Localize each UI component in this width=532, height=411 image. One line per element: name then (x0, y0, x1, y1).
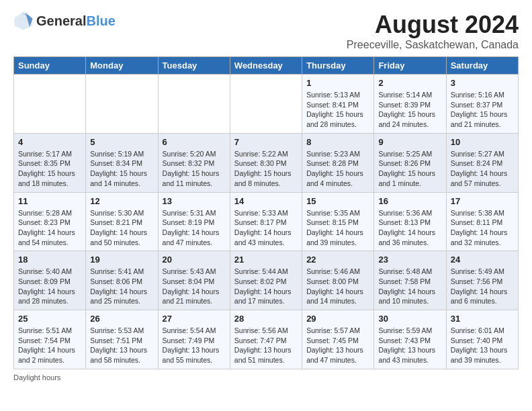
day-number: 5 (90, 137, 153, 147)
day-number: 22 (306, 255, 369, 265)
day-info: Sunrise: 5:20 AMSunset: 8:32 PMDaylight:… (163, 149, 226, 189)
day-info: Sunrise: 5:53 AMSunset: 7:51 PMDaylight:… (90, 326, 153, 365)
calendar-day-cell: 16Sunrise: 5:36 AMSunset: 8:13 PMDayligh… (374, 192, 446, 251)
calendar-day-header: Monday (86, 57, 158, 75)
day-number: 15 (306, 196, 369, 206)
day-info: Sunrise: 5:57 AMSunset: 7:45 PMDaylight:… (306, 326, 369, 365)
day-number: 3 (451, 78, 514, 88)
day-number: 2 (378, 78, 441, 88)
day-number: 28 (234, 314, 298, 324)
calendar-day-cell: 5Sunrise: 5:19 AMSunset: 8:34 PMDaylight… (86, 133, 158, 192)
day-info: Sunrise: 5:28 AMSunset: 8:23 PMDaylight:… (18, 208, 81, 248)
calendar-week-row: 4Sunrise: 5:17 AMSunset: 8:35 PMDaylight… (14, 133, 519, 192)
calendar-day-header: Friday (374, 57, 446, 75)
calendar-day-cell: 25Sunrise: 5:51 AMSunset: 7:54 PMDayligh… (14, 310, 86, 369)
calendar-day-cell: 10Sunrise: 5:27 AMSunset: 8:24 PMDayligh… (446, 133, 518, 192)
day-number: 9 (378, 137, 441, 147)
day-number: 7 (234, 137, 298, 147)
day-info: Sunrise: 5:35 AMSunset: 8:15 PMDaylight:… (306, 208, 369, 248)
calendar-day-cell: 27Sunrise: 5:54 AMSunset: 7:49 PMDayligh… (158, 310, 230, 369)
calendar-day-cell: 13Sunrise: 5:31 AMSunset: 8:19 PMDayligh… (158, 192, 230, 251)
calendar-day-cell: 23Sunrise: 5:48 AMSunset: 7:58 PMDayligh… (374, 251, 446, 310)
day-info: Sunrise: 5:36 AMSunset: 8:13 PMDaylight:… (378, 208, 441, 248)
footer-note: Daylight hours (13, 373, 519, 381)
calendar-day-header: Saturday (446, 57, 518, 75)
day-info: Sunrise: 5:33 AMSunset: 8:17 PMDaylight:… (234, 208, 298, 248)
day-number: 23 (378, 255, 441, 265)
calendar-day-cell (230, 75, 302, 134)
calendar-week-row: 1Sunrise: 5:13 AMSunset: 8:41 PMDaylight… (14, 75, 519, 134)
calendar-day-cell: 28Sunrise: 5:56 AMSunset: 7:47 PMDayligh… (230, 310, 302, 369)
calendar-day-cell: 7Sunrise: 5:22 AMSunset: 8:30 PMDaylight… (230, 133, 302, 192)
calendar-day-cell (86, 75, 158, 134)
day-info: Sunrise: 5:40 AMSunset: 8:09 PMDaylight:… (18, 267, 81, 306)
calendar-day-cell: 12Sunrise: 5:30 AMSunset: 8:21 PMDayligh… (86, 192, 158, 251)
day-info: Sunrise: 5:27 AMSunset: 8:24 PMDaylight:… (451, 149, 514, 189)
day-info: Sunrise: 5:13 AMSunset: 8:41 PMDaylight:… (306, 90, 369, 130)
calendar-day-header: Thursday (302, 57, 374, 75)
calendar-day-cell: 4Sunrise: 5:17 AMSunset: 8:35 PMDaylight… (14, 133, 86, 192)
day-info: Sunrise: 5:14 AMSunset: 8:39 PMDaylight:… (378, 90, 441, 130)
day-info: Sunrise: 5:19 AMSunset: 8:34 PMDaylight:… (90, 149, 153, 189)
day-number: 13 (163, 196, 226, 206)
day-number: 12 (90, 196, 153, 206)
day-number: 14 (234, 196, 298, 206)
day-number: 21 (234, 255, 298, 265)
calendar-week-row: 11Sunrise: 5:28 AMSunset: 8:23 PMDayligh… (14, 192, 519, 251)
calendar-day-cell: 24Sunrise: 5:49 AMSunset: 7:56 PMDayligh… (446, 251, 518, 310)
calendar-day-cell (158, 75, 230, 134)
day-info: Sunrise: 5:44 AMSunset: 8:02 PMDaylight:… (234, 267, 298, 306)
day-info: Sunrise: 5:51 AMSunset: 7:54 PMDaylight:… (18, 326, 81, 365)
day-info: Sunrise: 5:56 AMSunset: 7:47 PMDaylight:… (234, 326, 298, 365)
day-number: 1 (306, 78, 369, 88)
day-info: Sunrise: 5:22 AMSunset: 8:30 PMDaylight:… (234, 149, 298, 189)
day-number: 31 (451, 314, 514, 324)
calendar: SundayMondayTuesdayWednesdayThursdayFrid… (13, 56, 519, 369)
day-info: Sunrise: 5:54 AMSunset: 7:49 PMDaylight:… (163, 326, 226, 365)
day-number: 10 (451, 137, 514, 147)
day-number: 11 (18, 196, 81, 206)
day-info: Sunrise: 5:23 AMSunset: 8:28 PMDaylight:… (306, 149, 369, 189)
day-number: 24 (451, 255, 514, 265)
calendar-week-row: 18Sunrise: 5:40 AMSunset: 8:09 PMDayligh… (14, 251, 519, 310)
calendar-day-cell: 17Sunrise: 5:38 AMSunset: 8:11 PMDayligh… (446, 192, 518, 251)
day-info: Sunrise: 5:30 AMSunset: 8:21 PMDaylight:… (90, 208, 153, 248)
day-number: 25 (18, 314, 81, 324)
day-number: 19 (90, 255, 153, 265)
calendar-day-cell: 8Sunrise: 5:23 AMSunset: 8:28 PMDaylight… (302, 133, 374, 192)
day-number: 4 (18, 137, 81, 147)
calendar-day-cell: 19Sunrise: 5:41 AMSunset: 8:06 PMDayligh… (86, 251, 158, 310)
day-number: 26 (90, 314, 153, 324)
calendar-day-cell: 26Sunrise: 5:53 AMSunset: 7:51 PMDayligh… (86, 310, 158, 369)
sub-title: Preeceville, Saskatchewan, Canada (347, 39, 519, 51)
logo: GeneralBlue (13, 11, 116, 31)
day-number: 30 (378, 314, 441, 324)
day-number: 8 (306, 137, 369, 147)
logo-general: General (36, 13, 86, 28)
day-number: 16 (378, 196, 441, 206)
day-info: Sunrise: 5:38 AMSunset: 8:11 PMDaylight:… (451, 208, 514, 248)
main-title: August 2024 (347, 11, 519, 39)
day-info: Sunrise: 6:01 AMSunset: 7:40 PMDaylight:… (451, 326, 514, 365)
calendar-day-cell: 18Sunrise: 5:40 AMSunset: 8:09 PMDayligh… (14, 251, 86, 310)
day-number: 18 (18, 255, 81, 265)
title-area: August 2024 Preeceville, Saskatchewan, C… (347, 11, 519, 51)
day-number: 27 (163, 314, 226, 324)
calendar-day-cell: 11Sunrise: 5:28 AMSunset: 8:23 PMDayligh… (14, 192, 86, 251)
day-info: Sunrise: 5:17 AMSunset: 8:35 PMDaylight:… (18, 149, 81, 189)
day-info: Sunrise: 5:41 AMSunset: 8:06 PMDaylight:… (90, 267, 153, 306)
calendar-week-row: 25Sunrise: 5:51 AMSunset: 7:54 PMDayligh… (14, 310, 519, 369)
calendar-day-cell: 2Sunrise: 5:14 AMSunset: 8:39 PMDaylight… (374, 75, 446, 134)
calendar-day-cell: 20Sunrise: 5:43 AMSunset: 8:04 PMDayligh… (158, 251, 230, 310)
day-info: Sunrise: 5:49 AMSunset: 7:56 PMDaylight:… (451, 267, 514, 306)
header: GeneralBlue August 2024 Preeceville, Sas… (13, 11, 519, 51)
logo-blue: Blue (86, 13, 115, 28)
calendar-day-header: Tuesday (158, 57, 230, 75)
calendar-day-cell (14, 75, 86, 134)
day-info: Sunrise: 5:16 AMSunset: 8:37 PMDaylight:… (451, 90, 514, 130)
day-info: Sunrise: 5:48 AMSunset: 7:58 PMDaylight:… (378, 267, 441, 306)
calendar-day-cell: 30Sunrise: 5:59 AMSunset: 7:43 PMDayligh… (374, 310, 446, 369)
calendar-day-cell: 14Sunrise: 5:33 AMSunset: 8:17 PMDayligh… (230, 192, 302, 251)
day-info: Sunrise: 5:43 AMSunset: 8:04 PMDaylight:… (163, 267, 226, 306)
day-number: 29 (306, 314, 369, 324)
